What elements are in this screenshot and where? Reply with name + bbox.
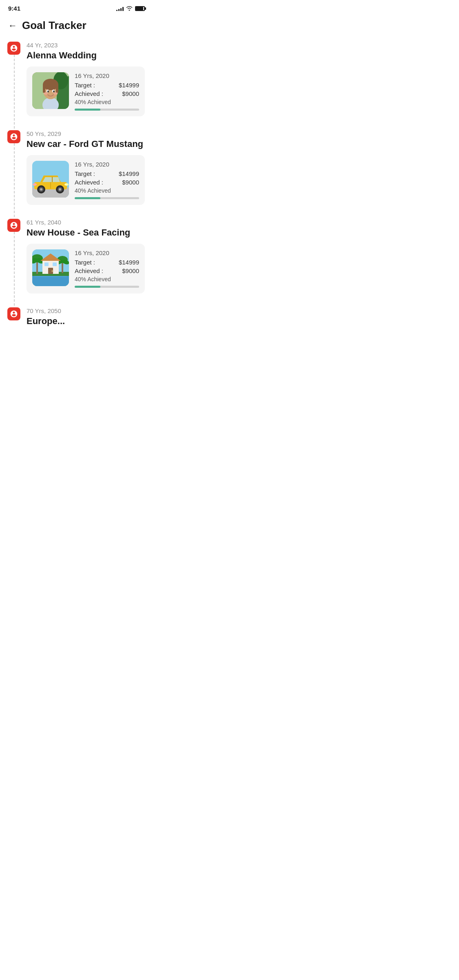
svg-point-26: [33, 183, 37, 186]
goal-progress-bg-1: [75, 109, 139, 111]
svg-point-14: [53, 92, 58, 95]
goal-percent-3: 40% Achieved: [75, 276, 139, 282]
goal-title-4: Europe...: [27, 316, 145, 327]
goal-achieved-row-3: Achieved : $9000: [75, 267, 139, 274]
wifi-icon: [126, 5, 133, 12]
goal-card-1[interactable]: 16 Yrs, 2020 Target : $14999 Achieved : …: [27, 67, 145, 116]
status-bar: 9:41: [0, 0, 153, 15]
svg-point-25: [64, 183, 69, 186]
timeline-item-3: 61 Yrs, 2040 New House - Sea Facing: [0, 219, 153, 306]
goal-progress-fill-2: [75, 197, 100, 199]
goal-achieved-value-3: $9000: [122, 267, 139, 274]
goal-year-3: 61 Yrs, 2040: [27, 219, 145, 226]
svg-point-21: [40, 188, 42, 191]
svg-point-13: [44, 92, 48, 95]
goal-card-3[interactable]: 16 Yrs, 2020 Target : $14999 Achieved : …: [27, 244, 145, 293]
page-title: Goal Tracker: [22, 19, 86, 32]
goal-year-2: 50 Yrs, 2029: [27, 130, 145, 137]
svg-point-45: [52, 271, 53, 272]
svg-rect-43: [53, 262, 57, 266]
svg-point-11: [47, 91, 49, 93]
svg-point-24: [59, 188, 61, 191]
goal-achieved-row-2: Achieved : $9000: [75, 179, 139, 186]
status-icons: [116, 5, 145, 12]
goal-title-1: Alenna Wedding: [27, 50, 145, 61]
svg-rect-42: [44, 262, 49, 266]
goal-achieved-label-2: Achieved :: [75, 179, 103, 186]
timeline-item-4: 70 Yrs, 2050 Europe...: [0, 307, 153, 327]
svg-rect-7: [43, 84, 45, 93]
goal-year-4: 70 Yrs, 2050: [27, 307, 145, 314]
page-header: ← Goal Tracker: [0, 15, 153, 40]
timeline-line-2: [14, 143, 15, 217]
goal-details-2: 16 Yrs, 2020 Target : $14999 Achieved : …: [75, 161, 139, 199]
goal-achieved-label-3: Achieved :: [75, 267, 103, 274]
svg-point-12: [53, 91, 55, 93]
goal-period-1: 16 Yrs, 2020: [75, 72, 139, 79]
timeline-item: 44 Yr, 2023 Alenna Wedding: [0, 42, 153, 129]
goal-progress-fill-3: [75, 286, 100, 288]
goal-title-2: New car - Ford GT Mustang: [27, 139, 145, 149]
goal-year-1: 44 Yr, 2023: [27, 42, 145, 49]
goal-progress-bg-2: [75, 197, 139, 199]
goal-achieved-label-1: Achieved :: [75, 90, 103, 97]
timeline-item-2: 50 Yrs, 2029 New car - Ford GT Mustang: [0, 130, 153, 217]
goal-achieved-value-1: $9000: [122, 90, 139, 97]
goal-image-1: [32, 72, 69, 109]
goal-percent-2: 40% Achieved: [75, 187, 139, 194]
goal-progress-fill-1: [75, 109, 100, 111]
svg-rect-8: [56, 84, 58, 93]
goal-card-2[interactable]: 16 Yrs, 2020 Target : $14999 Achieved : …: [27, 155, 145, 205]
goal-target-label-1: Target :: [75, 82, 95, 89]
goal-title-3: New House - Sea Facing: [27, 227, 145, 238]
svg-rect-30: [34, 276, 67, 277]
goal-period-3: 16 Yrs, 2020: [75, 249, 139, 256]
goal-achieved-row-1: Achieved : $9000: [75, 90, 139, 97]
timeline-icon-2: [7, 130, 20, 143]
goal-period-2: 16 Yrs, 2020: [75, 161, 139, 168]
timeline-line-3: [14, 232, 15, 306]
goals-timeline: 44 Yr, 2023 Alenna Wedding: [0, 42, 153, 340]
goal-target-label-3: Target :: [75, 259, 95, 266]
goal-percent-1: 40% Achieved: [75, 99, 139, 105]
timeline-icon-1: [7, 42, 20, 55]
status-time: 9:41: [8, 5, 20, 12]
battery-icon: [135, 6, 145, 11]
goal-details-3: 16 Yrs, 2020 Target : $14999 Achieved : …: [75, 249, 139, 288]
goal-target-row-1: Target : $14999: [75, 82, 139, 89]
goal-image-2: [32, 161, 69, 198]
goal-image-3: [32, 249, 69, 286]
goal-achieved-value-2: $9000: [122, 179, 139, 186]
goal-target-row-3: Target : $14999: [75, 259, 139, 266]
goal-target-row-2: Target : $14999: [75, 170, 139, 177]
goal-progress-bg-3: [75, 286, 139, 288]
timeline-line-1: [14, 55, 15, 129]
goal-target-label-2: Target :: [75, 170, 95, 177]
timeline-icon-4: [7, 307, 20, 320]
signal-icon: [116, 6, 124, 11]
goal-target-value-2: $14999: [119, 170, 139, 177]
timeline-icon-3: [7, 219, 20, 232]
goal-target-value-1: $14999: [119, 82, 139, 89]
goal-details-1: 16 Yrs, 2020 Target : $14999 Achieved : …: [75, 72, 139, 111]
back-button[interactable]: ←: [8, 21, 17, 30]
goal-target-value-3: $14999: [119, 259, 139, 266]
